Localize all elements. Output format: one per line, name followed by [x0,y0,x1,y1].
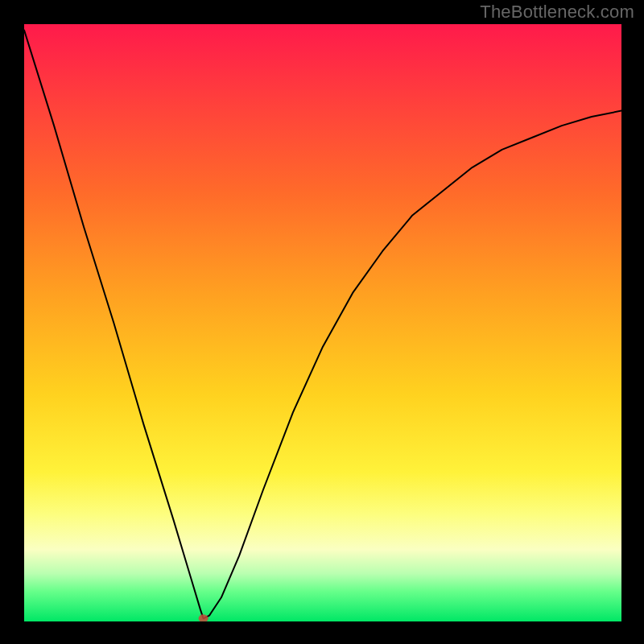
plot-area [24,24,621,621]
bottleneck-curve [24,30,621,618]
chart-frame: TheBottleneck.com [0,0,644,644]
curve-min-marker [199,614,208,621]
plot-svg [24,24,621,621]
watermark-text: TheBottleneck.com [480,2,634,23]
